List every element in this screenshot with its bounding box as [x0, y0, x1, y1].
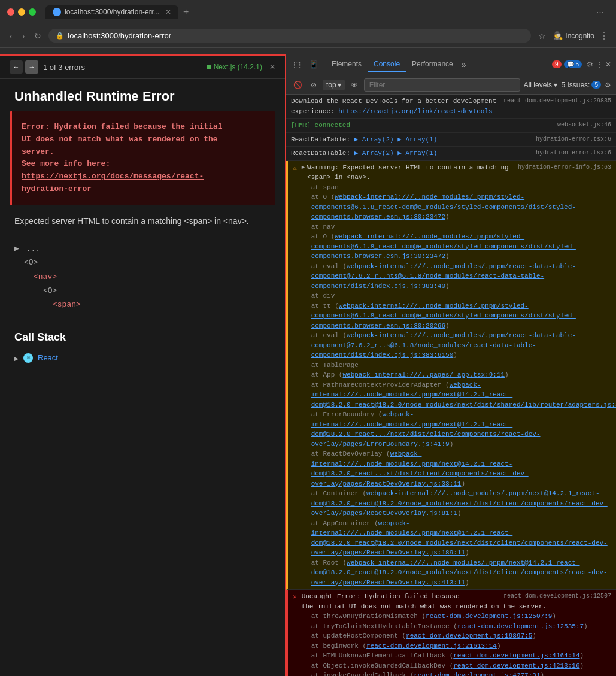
green-status-dot — [207, 65, 211, 69]
error-overlay-panel: ← → 1 of 3 errors Next.js (14.2.1) ✕ Unh… — [0, 54, 286, 676]
at-root: at Root (webpack-internal:///..node_modu… — [302, 558, 611, 588]
at-eval-2-link[interactable]: webpack-internal:///..node_modules/.pnpm… — [311, 332, 576, 359]
at-appcontainer-link[interactable]: webpack-internal:///..node_modules/.pnpm… — [311, 520, 608, 557]
at-container-link[interactable]: webpack-internal:///..node_modules/.pnpm… — [311, 490, 608, 517]
console-messages-area[interactable]: Download the React DevTools for a better… — [286, 95, 616, 676]
at-beginwork-link[interactable]: react-dom.development.js:21613:14 — [366, 642, 497, 650]
close-traffic-light[interactable] — [7, 8, 14, 16]
context-selector[interactable]: top ▾ — [323, 80, 345, 90]
maximize-traffic-light[interactable] — [29, 8, 36, 16]
at-invoke-dev-link[interactable]: react-dom.development.js:4213:16 — [453, 662, 579, 669]
tab-bar: localhost:3000/hydration-err... ✕ + ⋯ — [41, 2, 609, 22]
at-html-cb-link[interactable]: react-dom.development.js:4164:14 — [453, 652, 579, 659]
at-invoke-dev: at Object.invokeGuardedCallbackDev (reac… — [302, 661, 611, 671]
minimize-traffic-light[interactable] — [18, 8, 25, 16]
main-area: ← → 1 of 3 errors Next.js (14.2.1) ✕ Unh… — [0, 54, 616, 676]
prev-error-button[interactable]: ← — [10, 60, 23, 74]
forward-button[interactable]: › — [20, 30, 28, 42]
new-tab-button[interactable]: + — [183, 7, 189, 17]
clear-console-button[interactable]: 🚫 — [291, 80, 305, 90]
filter-icon[interactable]: ⊘ — [308, 80, 319, 90]
at-tt-link[interactable]: webpack-internal:///..node_modules/.pnpm… — [311, 302, 576, 329]
url-bar[interactable]: 🔒 localhost:3000/hydration-error — [48, 29, 531, 43]
warn1-expand[interactable]: ▶ — [302, 164, 305, 172]
msg-row-hmr: [HMR] connected websocket.js:46 — [291, 120, 611, 131]
active-tab[interactable]: localhost:3000/hydration-err... ✕ — [45, 5, 178, 19]
at-tryclaim: at tryToClaimNextHydratableInstance (rea… — [302, 622, 611, 632]
devtools-more-icon[interactable]: ⋮ — [596, 60, 603, 69]
warning-badge: 💬 5 — [564, 60, 582, 68]
traffic-lights — [7, 8, 36, 16]
error-info-link[interactable]: https://nextjs.org/docs/messages/react-h… — [22, 172, 204, 193]
at-tryclaim-link[interactable]: react-dom.development.js:12535:7 — [457, 623, 584, 630]
at-eval-2: at eval (webpack-internal:///..node_modu… — [302, 331, 611, 360]
msg-row-warn1: ▶ Warning: Expected server HTML to conta… — [302, 163, 611, 183]
at-reactdevoverlay-link[interactable]: webpack-internal:///..node_modules/.pnpm… — [311, 450, 529, 487]
msg-content-hmr: [HMR] connected websocket.js:46 — [291, 120, 611, 131]
rdt2-source: hydration-error.tsx:6 — [536, 148, 611, 159]
bookmark-icon[interactable]: ☆ — [538, 31, 546, 41]
reload-button[interactable]: ↻ — [32, 30, 44, 42]
at-eval-1: at eval (webpack-internal:///..node_modu… — [302, 262, 611, 292]
tab-performance[interactable]: Performance — [406, 57, 459, 72]
console-msg-hmr: [HMR] connected websocket.js:46 — [286, 119, 616, 133]
next-error-button[interactable]: → — [25, 60, 38, 74]
at-errorboundary-link[interactable]: webpack-internal:///..node_modules/.pnpm… — [311, 411, 541, 448]
devtools-icon-group: ⬚ 📱 — [291, 59, 321, 70]
context-label: top — [326, 81, 336, 89]
at-root-link[interactable]: webpack-internal:///..node_modules/.pnpm… — [311, 559, 608, 586]
overlay-close-button[interactable]: ✕ — [269, 63, 275, 71]
eye-icon[interactable]: 👁 — [348, 80, 360, 90]
code-o-open: <O> — [14, 258, 38, 267]
call-stack-react-item[interactable]: ▶ ⚛ React — [14, 351, 271, 365]
browser-menu-button[interactable]: ⋮ — [599, 30, 609, 41]
at-pathname-link[interactable]: webpack-internal:///..node_modules/.pnpm… — [311, 381, 616, 408]
tab-close-button[interactable]: ✕ — [165, 8, 171, 16]
error-nav-bar: ← → 1 of 3 errors Next.js (14.2.1) ✕ — [0, 54, 285, 79]
tab-elements[interactable]: Elements — [326, 57, 368, 72]
tab-console[interactable]: Console — [368, 57, 406, 72]
at-invoke: at invokeGuardedCallback (react-dom.deve… — [302, 671, 611, 676]
devtools-settings-icon[interactable]: ⚙ — [587, 60, 593, 69]
devtools-device-icon[interactable]: 📱 — [307, 59, 321, 70]
at-eval-1-link[interactable]: webpack-internal:///..node_modules/.pnpm… — [311, 263, 576, 290]
warn1-text: Warning: Expected server HTML to contain… — [307, 163, 515, 183]
err1-text: Uncaught Error: Hydration failed because — [302, 592, 460, 602]
warning-count-badge: 💬 5 — [564, 60, 582, 68]
devtools-close-button[interactable]: ✕ — [605, 60, 611, 69]
log-levels-selector[interactable]: All levels ▾ — [524, 81, 558, 89]
context-dropdown-icon: ▾ — [338, 81, 341, 89]
at-invoke-link[interactable]: react-dom.development.js:4277:31 — [414, 672, 540, 676]
more-tabs-icon[interactable]: » — [459, 59, 469, 71]
back-button[interactable]: ‹ — [7, 30, 15, 42]
error-desc-content: Expected server HTML to contain a matchi… — [14, 216, 249, 226]
devtools-inspect-icon[interactable]: ⬚ — [291, 59, 303, 70]
issues-count-badge: 5 — [591, 81, 601, 89]
at-span: at span — [302, 183, 611, 193]
at-O-1-link[interactable]: webpack-internal:///..node_modules/.pnpm… — [311, 193, 576, 220]
react-stack-label: React — [38, 353, 58, 362]
at-app-link[interactable]: webpack-internal:///..pages/_app.tsx:9:1… — [342, 371, 505, 378]
at-updatehost: at updateHostComponent (react-dom.develo… — [302, 631, 611, 641]
title-bar: localhost:3000/hydration-err... ✕ + ⋯ — [0, 0, 616, 24]
incognito-label: Incognito — [565, 32, 594, 40]
code-line-4: <O> — [14, 284, 271, 298]
devtools-link[interactable]: https://reactjs.org/link/react-devtools — [338, 108, 492, 115]
at-O-2-link[interactable]: webpack-internal:///..node_modules/.pnpm… — [311, 233, 576, 260]
expand-icon-1[interactable]: ▶ — [14, 244, 19, 253]
code-dots: ... — [26, 244, 40, 253]
issues-button[interactable]: 5 Issues: 5 — [561, 81, 601, 89]
stack-expand-icon[interactable]: ▶ — [14, 356, 19, 362]
at-updatehost-link[interactable]: react-dom.development.js:19897:5 — [406, 632, 532, 639]
code-line-5: <span> — [14, 298, 271, 311]
at-container: at Container (webpack-internal:///..node… — [302, 489, 611, 519]
at-pathname: at PathnameContextProviderAdapter (webpa… — [302, 380, 611, 410]
extensions-icon[interactable]: ⋯ — [596, 8, 604, 17]
console-settings-icon[interactable]: ⚙ — [605, 81, 611, 89]
at-tablepage: at TablePage — [302, 360, 611, 371]
console-filter-input[interactable] — [364, 78, 520, 92]
at-throw-link[interactable]: react-dom.development.js:12507:9 — [426, 613, 552, 620]
url-text: localhost:3000/hydration-error — [68, 31, 171, 40]
incognito-button[interactable]: 🕵 Incognito — [553, 31, 594, 40]
at-div: at div — [302, 291, 611, 301]
